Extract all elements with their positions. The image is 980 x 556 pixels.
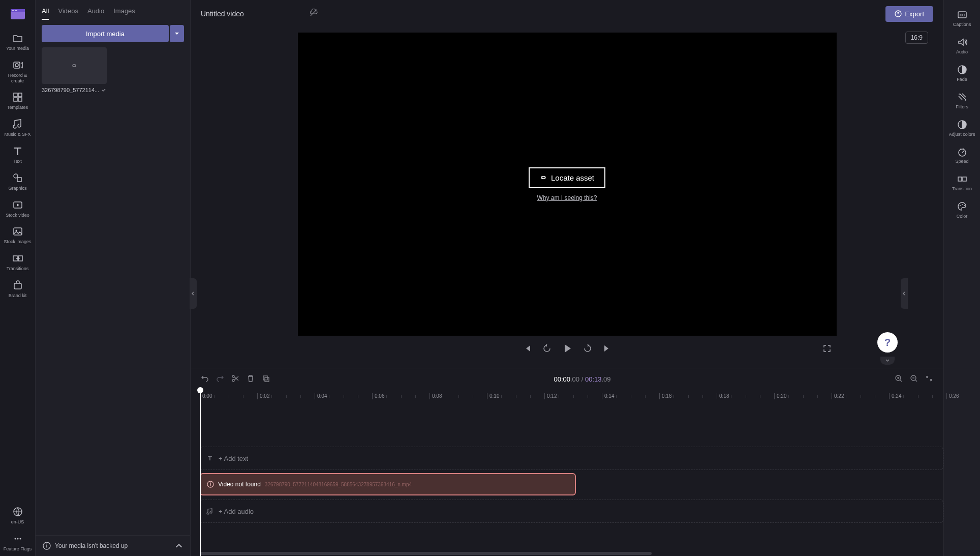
track-spacer[interactable] (200, 403, 943, 444)
split-button[interactable] (231, 374, 239, 384)
right-rail-color[interactable]: Color (957, 201, 968, 219)
zoom-fit-button[interactable] (925, 374, 933, 384)
timeline-toolbar: 00:00.00 / 00:13.09 (191, 368, 943, 390)
import-media-dropdown[interactable] (170, 25, 184, 42)
captions-icon: CC (957, 9, 968, 20)
seek-back-button[interactable] (542, 344, 552, 353)
transitions-icon (12, 253, 23, 264)
right-rail-filters[interactable]: Filters (956, 92, 968, 110)
main-area: Export 16:9 Locate asset Why am I seeing… (191, 0, 943, 556)
svg-point-35 (210, 485, 211, 486)
rail-transitions[interactable]: Transitions (3, 249, 33, 276)
rail-text[interactable]: Text (3, 141, 33, 168)
video-title-input[interactable] (201, 10, 302, 18)
svg-point-45 (960, 205, 961, 206)
record-create-icon (12, 60, 23, 71)
aspect-ratio-selector[interactable]: 16:9 (905, 32, 928, 44)
skip-end-button[interactable] (602, 344, 611, 353)
svg-text:CC: CC (959, 13, 964, 17)
audio-track[interactable]: + Add audio (200, 500, 943, 523)
seek-forward-button[interactable] (583, 344, 592, 353)
color-icon (957, 201, 968, 212)
svg-point-46 (962, 204, 963, 205)
export-button[interactable]: Export (885, 6, 933, 22)
svg-point-19 (14, 538, 16, 540)
ruler-tick: 0:00 (200, 393, 212, 399)
zoom-in-button[interactable] (895, 374, 903, 384)
timeline-section: 00:00.00 / 00:13.09 0:000:020:040:060:08… (191, 368, 943, 556)
import-media-button[interactable]: Import media (42, 25, 169, 42)
svg-rect-6 (14, 93, 17, 97)
media-tab-all[interactable]: All (42, 7, 49, 20)
media-tab-videos[interactable]: Videos (58, 7, 78, 20)
text-icon (12, 145, 23, 157)
right-rail-adjust-colors[interactable]: Adjust colors (949, 119, 975, 137)
left-rail: Your mediaRecord & createTemplatesMusic … (0, 0, 36, 556)
rail-feature-flags[interactable]: Feature Flags (3, 529, 33, 556)
link-icon (540, 174, 547, 181)
help-expand-button[interactable] (880, 357, 895, 365)
filters-icon (957, 92, 968, 103)
export-icon (895, 10, 902, 17)
check-icon (101, 87, 106, 93)
backup-warning-bar[interactable]: Your media isn't backed up (36, 535, 190, 556)
svg-rect-44 (963, 177, 966, 181)
ruler-tick: 0:06 (372, 393, 384, 399)
media-tab-audio[interactable]: Audio (87, 7, 104, 20)
music-sfx-icon (12, 119, 23, 130)
ruler-tick: 0:16 (659, 393, 671, 399)
svg-rect-7 (18, 93, 22, 97)
playhead[interactable] (200, 390, 201, 556)
app-logo[interactable] (8, 4, 28, 24)
video-track[interactable]: Video not found 326798790_57721140481696… (200, 473, 943, 496)
adjust-colors-icon (957, 119, 968, 130)
rail-stock-video[interactable]: Stock video (3, 195, 33, 222)
duplicate-button[interactable] (262, 374, 270, 384)
skip-start-button[interactable] (523, 344, 532, 353)
right-rail-captions[interactable]: CCCaptions (953, 9, 971, 27)
collapse-right-panel-handle[interactable] (901, 278, 908, 309)
text-icon (206, 455, 213, 462)
rail-templates[interactable]: Templates (3, 87, 33, 114)
play-button[interactable] (562, 343, 573, 354)
media-tab-images[interactable]: Images (113, 7, 135, 20)
help-button[interactable]: ? (877, 332, 898, 353)
video-clip-missing[interactable]: Video not found 326798790_57721140481696… (200, 473, 576, 495)
why-seeing-this-link[interactable]: Why am I seeing this? (537, 194, 597, 201)
zoom-out-button[interactable] (910, 374, 918, 384)
svg-point-40 (965, 100, 966, 101)
rail-music-sfx[interactable]: Music & SFX (3, 114, 33, 141)
right-rail-transition[interactable]: Transition (952, 173, 972, 192)
right-rail-speed[interactable]: Speed (955, 146, 968, 164)
warning-icon (207, 481, 214, 488)
preview-area: 16:9 Locate asset Why am I seeing this? (191, 27, 943, 368)
rail-locale[interactable]: en-US (3, 502, 33, 529)
media-item[interactable]: 326798790_5772114... (42, 47, 107, 93)
delete-button[interactable] (247, 374, 255, 384)
text-track[interactable]: + Add text (200, 447, 943, 470)
graphics-icon (12, 172, 23, 184)
svg-rect-4 (14, 62, 20, 68)
cloud-off-icon[interactable] (310, 9, 318, 19)
rail-graphics[interactable]: Graphics (3, 168, 33, 195)
rail-record-create[interactable]: Record & create (3, 55, 33, 88)
svg-point-47 (964, 205, 965, 206)
ruler-tick: 0:24 (889, 393, 901, 399)
media-tabs: AllVideosAudioImages (36, 0, 190, 20)
svg-point-24 (46, 544, 47, 545)
timeline-scrollbar[interactable] (191, 551, 943, 556)
rail-your-media[interactable]: Your media (3, 28, 33, 55)
timeline-ruler[interactable]: 0:000:020:040:060:080:100:120:140:160:18… (200, 390, 943, 403)
redo-button[interactable] (216, 374, 224, 384)
svg-rect-13 (14, 228, 22, 235)
svg-rect-29 (263, 376, 267, 380)
locate-asset-button[interactable]: Locate asset (529, 167, 605, 188)
collapse-left-panel-handle[interactable] (190, 278, 197, 309)
fullscreen-button[interactable] (822, 344, 832, 353)
undo-button[interactable] (201, 374, 209, 384)
rail-brand-kit[interactable]: Brand kit (3, 276, 33, 303)
svg-rect-11 (17, 178, 21, 182)
right-rail-audio[interactable]: Audio (956, 37, 968, 55)
rail-stock-images[interactable]: Stock images (3, 222, 33, 249)
right-rail-fade[interactable]: Fade (957, 64, 968, 82)
